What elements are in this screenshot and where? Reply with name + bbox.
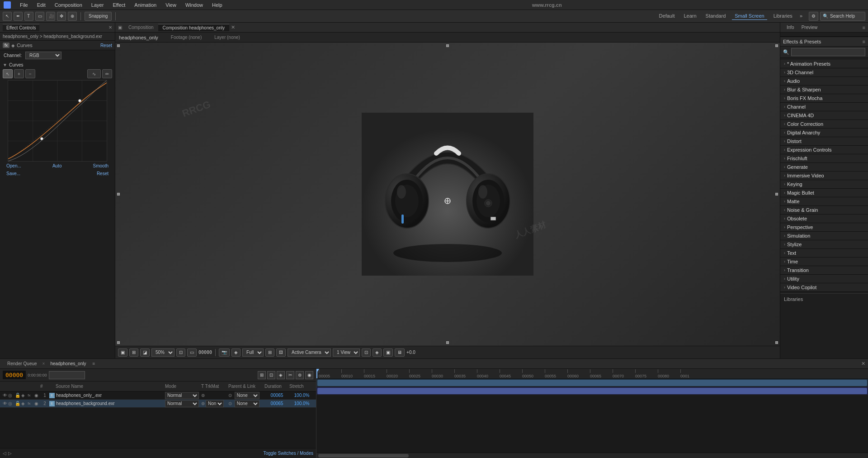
layer-1-mode-select[interactable]: Normal: [165, 392, 199, 399]
vp-roi-btn[interactable]: ⊞: [265, 348, 274, 357]
vp-motion-btn[interactable]: ◈: [373, 348, 382, 357]
viewport[interactable]: RRCG 人人素材: [115, 43, 780, 346]
effect-controls-tab[interactable]: Effect Controls: [3, 24, 39, 31]
view-select[interactable]: 1 View: [333, 348, 360, 357]
effects-section-videocopilot[interactable]: › Video Copilot: [780, 283, 868, 292]
curves-reset-button[interactable]: Reset: [97, 171, 108, 176]
comp-tab-close[interactable]: ✕: [231, 24, 235, 30]
effects-section-audio[interactable]: › Audio: [780, 77, 868, 86]
menu-effect[interactable]: Effect: [111, 1, 127, 9]
right-panel-close[interactable]: ≡: [863, 25, 865, 30]
comp-tab-name[interactable]: Composition headphones_only: [158, 24, 229, 31]
menu-composition[interactable]: Composition: [53, 1, 84, 9]
text-tool[interactable]: T: [24, 12, 33, 21]
save-button[interactable]: Save...: [6, 171, 20, 176]
preview-tab[interactable]: Preview: [798, 24, 821, 31]
auto-button[interactable]: Auto: [52, 163, 62, 168]
vp-3d-btn[interactable]: ▣: [383, 348, 393, 357]
layer-2-lock[interactable]: 🔓: [15, 401, 21, 406]
layer-1-solo[interactable]: ◎: [8, 393, 14, 398]
vp-mask-btn[interactable]: ◪: [140, 348, 150, 357]
effects-section-boris[interactable]: › Boris FX Mocha: [780, 94, 868, 103]
playhead[interactable]: [316, 369, 317, 378]
effects-section-keying[interactable]: › Keying: [780, 180, 868, 189]
effects-section-animation-presets[interactable]: › * Animation Presets: [780, 60, 868, 68]
effects-section-text[interactable]: › Text: [780, 249, 868, 258]
info-tab[interactable]: Info: [783, 24, 798, 31]
selection-tool[interactable]: ↖: [3, 12, 12, 21]
effects-panel-menu-icon[interactable]: ≡: [863, 39, 865, 44]
tl-btn-1[interactable]: ⊞: [258, 371, 266, 379]
effects-section-simulation[interactable]: › Simulation: [780, 232, 868, 240]
timeline-close[interactable]: ✕: [861, 361, 865, 367]
tl-btn-2[interactable]: ⊡: [267, 371, 275, 379]
layer-1-effects[interactable]: fx: [28, 393, 33, 397]
scrollbar-thumb[interactable]: [318, 454, 409, 458]
vp-preview-btn[interactable]: ▣: [118, 348, 127, 357]
vp-grid-btn[interactable]: ⊞: [129, 348, 138, 357]
search-help-button[interactable]: 🔍 Search Help: [820, 12, 865, 21]
effects-section-utility[interactable]: › Utility: [780, 275, 868, 283]
effects-section-cinema4d[interactable]: › CINEMA 4D: [780, 111, 868, 120]
toggle-switches-btn[interactable]: Toggle Switches / Modes: [263, 451, 313, 456]
effects-section-stylize[interactable]: › Stylize: [780, 240, 868, 249]
menu-file[interactable]: File: [18, 1, 30, 9]
move-tool[interactable]: ✥: [57, 12, 66, 21]
zoom-select[interactable]: 50%: [151, 348, 175, 357]
track-scrollbar[interactable]: [316, 453, 868, 458]
shape-tool[interactable]: ▭: [35, 12, 44, 21]
nav-icon-right[interactable]: ▷: [8, 451, 12, 456]
nav-icon-left[interactable]: ◁: [3, 451, 6, 456]
layer-1-visibility[interactable]: 👁: [2, 392, 8, 399]
menu-help[interactable]: Help: [210, 1, 224, 9]
layer-2-effects[interactable]: fx: [28, 401, 33, 406]
workspace-standard[interactable]: Standard: [703, 12, 729, 20]
effects-section-3d[interactable]: › 3D Channel: [780, 68, 868, 77]
layer-1-parent-icon[interactable]: ⊙: [228, 393, 232, 398]
tl-btn-4[interactable]: ✂: [286, 371, 294, 379]
track-bar-2[interactable]: [317, 388, 867, 394]
headphones-only-tab[interactable]: headphones_only: [46, 360, 90, 367]
layer-2-visibility[interactable]: 👁: [2, 401, 8, 407]
curves-graph[interactable]: [8, 80, 107, 162]
layer-2-solo[interactable]: ◎: [8, 401, 14, 406]
effects-section-immersive[interactable]: › Immersive Video: [780, 172, 868, 180]
tl-btn-6[interactable]: ◉: [305, 371, 313, 379]
effects-section-perspective[interactable]: › Perspective: [780, 223, 868, 232]
camera-tool[interactable]: 🎥: [46, 12, 55, 21]
menu-window[interactable]: Window: [184, 1, 205, 9]
vp-gpu-btn[interactable]: 🖥: [395, 348, 405, 357]
menu-animation[interactable]: Animation: [132, 1, 158, 9]
effects-section-obsolete[interactable]: › Obsolete: [780, 215, 868, 223]
curves-expand-icon[interactable]: ▼: [3, 62, 7, 67]
curve-pointer-tool[interactable]: ↖: [3, 69, 13, 78]
reset-button[interactable]: Reset: [100, 43, 112, 48]
effects-search-input[interactable]: [791, 48, 865, 56]
effects-section-blur[interactable]: › Blur & Sharpen: [780, 86, 868, 94]
vp-aspect-btn[interactable]: ▭: [187, 348, 197, 357]
layer-2-mode-select[interactable]: Normal: [165, 400, 199, 407]
layer-2-collapse[interactable]: ◈: [21, 401, 27, 406]
tl-btn-3[interactable]: ◈: [277, 371, 285, 379]
vp-fit-btn[interactable]: ⊡: [176, 348, 185, 357]
workspace-small-screen[interactable]: Small Screen: [732, 12, 767, 20]
layer-1-motion[interactable]: ◉: [34, 393, 40, 398]
open-button[interactable]: Open...: [6, 163, 21, 168]
workspace-learn[interactable]: Learn: [681, 12, 699, 20]
layer-1-parent-select[interactable]: None: [235, 392, 259, 399]
layer-2-trkmat-icon[interactable]: ⊚: [201, 401, 205, 406]
workspace-libraries[interactable]: Libraries: [771, 12, 795, 20]
effects-section-transition[interactable]: › Transition: [780, 266, 868, 275]
tab-menu-icon[interactable]: ≡: [92, 361, 95, 366]
effects-section-channel[interactable]: › Channel: [780, 103, 868, 111]
settings-button[interactable]: ⚙: [809, 12, 818, 21]
layer-1-collapse[interactable]: ◈: [21, 393, 27, 398]
curve-channel-icon[interactable]: ∿: [87, 69, 101, 78]
effects-section-frischluft[interactable]: › Frischluft: [780, 154, 868, 163]
menu-edit[interactable]: Edit: [35, 1, 47, 9]
effects-section-time[interactable]: › Time: [780, 258, 868, 266]
vp-render-btn[interactable]: ◈: [231, 348, 241, 357]
snapping-button[interactable]: Snapping: [85, 12, 112, 21]
tl-btn-5[interactable]: ⊚: [296, 371, 304, 379]
layer-2-motion[interactable]: ◉: [34, 401, 40, 406]
